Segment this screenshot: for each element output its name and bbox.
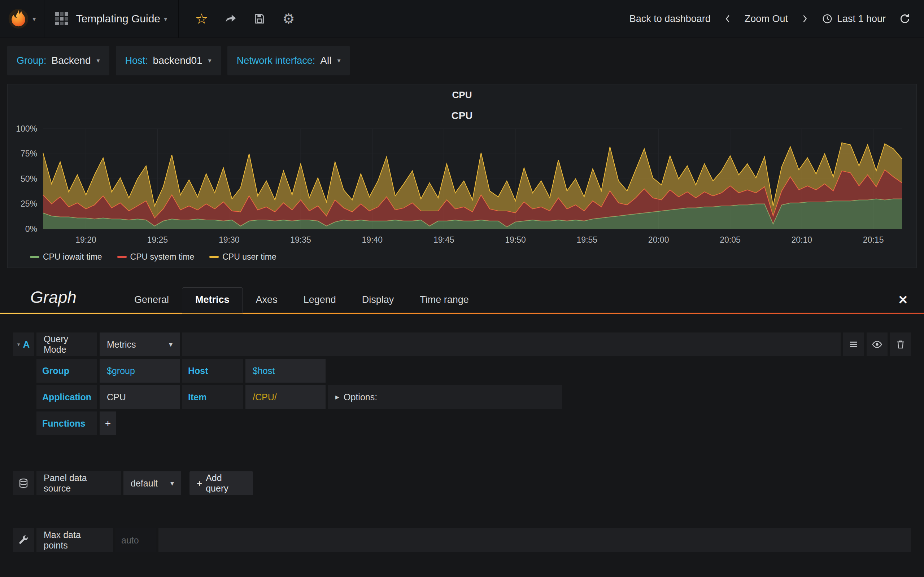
item-field-value: /CPU/	[253, 392, 277, 403]
dashboard-grid-icon[interactable]	[55, 12, 68, 25]
group-field-value: $group	[107, 366, 135, 376]
group-field-input[interactable]: $group	[100, 359, 180, 383]
tab-general[interactable]: General	[121, 288, 182, 313]
host-field-input[interactable]: $host	[246, 359, 326, 383]
gear-icon[interactable]: ⚙	[282, 12, 294, 26]
tab-time-range[interactable]: Time range	[407, 288, 482, 313]
variable-dropdown-host[interactable]: Host: backend01 ▾	[116, 46, 221, 76]
query-toggle-visibility-button[interactable]	[867, 332, 888, 356]
template-variables-row: Group: Backend ▾ Host: backend01 ▾ Netwo…	[0, 38, 924, 82]
svg-text:20:00: 20:00	[648, 235, 669, 245]
grafana-logo-icon	[8, 8, 29, 29]
svg-text:19:30: 19:30	[219, 235, 240, 245]
query-collapse-button[interactable]: ▾ A	[13, 332, 34, 356]
datasource-icon-cell	[13, 471, 34, 495]
legend-item[interactable]: CPU user time	[209, 252, 276, 262]
cpu-graph-panel: CPU CPU 0%25%50%75%100%19:2019:2519:3019…	[7, 84, 917, 268]
chevron-left-icon[interactable]	[724, 13, 732, 24]
application-field-input[interactable]: CPU	[100, 385, 180, 409]
datasource-label: Panel data source	[36, 471, 121, 495]
panel-title[interactable]: CPU	[10, 89, 914, 101]
legend-item[interactable]: CPU iowait time	[30, 252, 102, 262]
svg-text:19:35: 19:35	[290, 235, 311, 245]
svg-text:75%: 75%	[21, 149, 37, 159]
options-toggle[interactable]: ▸ Options:	[328, 385, 562, 409]
star-icon[interactable]: ☆	[195, 11, 208, 26]
svg-text:19:55: 19:55	[577, 235, 598, 245]
tab-axes[interactable]: Axes	[243, 288, 291, 313]
cpu-chart-svg[interactable]: 0%25%50%75%100%19:2019:2519:3019:3519:40…	[10, 124, 914, 249]
chevron-right-icon: ▸	[335, 392, 339, 402]
item-field-label: Item	[182, 385, 243, 409]
item-field-input[interactable]: /CPU/	[246, 385, 326, 409]
variable-value: Backend	[52, 55, 91, 66]
back-to-dashboard-button[interactable]: Back to dashboard	[630, 13, 711, 24]
query-editor: ▾ A Query Mode Metrics ▾	[13, 332, 911, 435]
chevron-down-icon: ▾	[170, 479, 174, 488]
navbar-right: Back to dashboard Zoom Out Last 1 hour	[630, 0, 924, 37]
row-indent	[13, 385, 34, 409]
variable-dropdown-network-interface[interactable]: Network interface: All ▾	[228, 46, 350, 76]
svg-text:20:10: 20:10	[792, 235, 813, 245]
panel-type-title: Graph	[30, 287, 121, 313]
refresh-icon[interactable]	[899, 13, 911, 25]
time-picker-button[interactable]: Last 1 hour	[822, 13, 886, 24]
zoom-out-button[interactable]: Zoom Out	[745, 13, 788, 24]
editor-tabs: General Metrics Axes Legend Display Time…	[121, 287, 482, 313]
query-row-functions: Functions +	[13, 411, 911, 435]
close-icon[interactable]: ×	[898, 291, 908, 313]
variable-label: Network interface:	[237, 55, 315, 66]
time-range-label: Last 1 hour	[837, 13, 886, 24]
navbar: ▾ Templating Guide ▾ ☆ ⚙ Back to dashboa…	[0, 0, 924, 38]
svg-text:100%: 100%	[16, 124, 37, 134]
chevron-down-icon[interactable]: ▾	[164, 15, 168, 23]
query-menu-button[interactable]	[843, 332, 864, 356]
wrench-icon-cell	[13, 528, 34, 552]
add-query-label: Add query	[206, 473, 246, 494]
add-query-button[interactable]: + Add query	[189, 471, 253, 495]
application-field-value: CPU	[107, 392, 126, 403]
query-row-header: ▾ A Query Mode Metrics ▾	[13, 332, 911, 356]
save-icon[interactable]	[254, 13, 266, 25]
chevron-right-icon[interactable]	[801, 13, 809, 24]
max-data-points-row: Max data points	[13, 528, 911, 552]
dashboard-actions: ☆ ⚙	[179, 0, 312, 37]
panel-editor: Graph General Metrics Axes Legend Displa…	[0, 287, 924, 552]
svg-text:20:15: 20:15	[863, 235, 884, 245]
share-icon[interactable]	[225, 13, 237, 25]
query-letter: A	[23, 339, 30, 350]
tab-display[interactable]: Display	[349, 288, 407, 313]
tab-metrics[interactable]: Metrics	[182, 287, 243, 313]
dashboard-title[interactable]: Templating Guide	[76, 13, 160, 25]
tab-legend[interactable]: Legend	[291, 288, 349, 313]
chevron-down-icon: ▾	[97, 56, 100, 64]
svg-text:0%: 0%	[25, 224, 37, 234]
svg-text:50%: 50%	[21, 174, 37, 184]
series-color-dash	[117, 256, 127, 258]
svg-text:20:05: 20:05	[720, 235, 741, 245]
grafana-menu-button[interactable]: ▾	[0, 0, 44, 37]
functions-label: Functions	[36, 411, 97, 435]
legend-item[interactable]: CPU system time	[117, 252, 195, 262]
options-label: Options:	[344, 392, 377, 403]
query-delete-button[interactable]	[890, 332, 911, 356]
legend-label: CPU iowait time	[43, 252, 102, 262]
svg-text:25%: 25%	[21, 200, 37, 209]
svg-text:19:45: 19:45	[433, 235, 454, 245]
svg-text:19:40: 19:40	[362, 235, 383, 245]
host-field-value: $host	[253, 366, 275, 376]
svg-text:19:25: 19:25	[147, 235, 168, 245]
query-mode-value: Metrics	[107, 339, 136, 350]
add-function-button[interactable]: +	[100, 411, 116, 435]
chevron-down-icon: ▾	[17, 341, 20, 348]
editor-accent-line	[0, 313, 924, 314]
max-data-points-input[interactable]	[121, 535, 150, 546]
chevron-down-icon: ▾	[169, 340, 173, 349]
chevron-down-icon: ▾	[32, 15, 36, 23]
datasource-select[interactable]: default ▾	[123, 471, 181, 495]
query-mode-select[interactable]: Metrics ▾	[100, 332, 180, 356]
variable-dropdown-group[interactable]: Group: Backend ▾	[7, 46, 109, 76]
chevron-down-icon: ▾	[337, 56, 340, 64]
max-data-points-label: Max data points	[36, 528, 113, 552]
datasource-value: default	[131, 478, 158, 488]
